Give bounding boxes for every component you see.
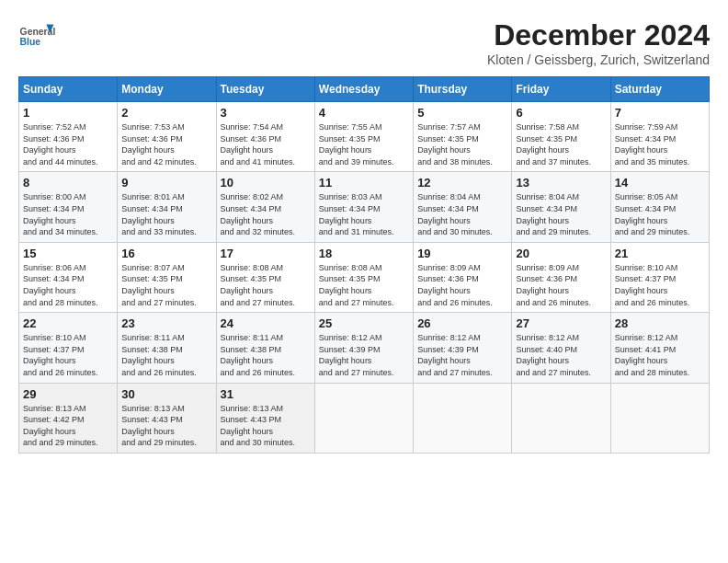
day-info: Sunrise: 8:09 AMSunset: 4:36 PMDaylight …: [417, 262, 507, 308]
calendar-cell: 30Sunrise: 8:13 AMSunset: 4:43 PMDayligh…: [118, 383, 216, 453]
weekday-header-monday: Monday: [118, 77, 216, 102]
day-number: 19: [417, 247, 507, 260]
day-info: Sunrise: 8:11 AMSunset: 4:38 PMDaylight …: [121, 332, 211, 378]
day-info: Sunrise: 7:58 AMSunset: 4:35 PMDaylight …: [516, 121, 606, 167]
day-number: 24: [221, 316, 311, 330]
day-number: 22: [23, 316, 113, 330]
calendar-week-4: 22Sunrise: 8:10 AMSunset: 4:37 PMDayligh…: [19, 313, 710, 383]
day-info: Sunrise: 8:13 AMSunset: 4:43 PMDaylight …: [121, 403, 211, 449]
calendar-cell: 15Sunrise: 8:06 AMSunset: 4:34 PMDayligh…: [19, 242, 118, 312]
calendar-cell: [512, 383, 610, 453]
day-info: Sunrise: 8:01 AMSunset: 4:34 PMDaylight …: [121, 191, 211, 237]
calendar-table: SundayMondayTuesdayWednesdayThursdayFrid…: [18, 76, 710, 454]
day-number: 18: [319, 247, 409, 260]
title-area: December 2024 Kloten / Geissberg, Zurich…: [487, 18, 710, 67]
day-info: Sunrise: 8:03 AMSunset: 4:34 PMDaylight …: [319, 191, 409, 237]
calendar-cell: 1Sunrise: 7:52 AMSunset: 4:36 PMDaylight…: [19, 102, 118, 172]
day-number: 17: [221, 247, 311, 260]
day-info: Sunrise: 8:13 AMSunset: 4:43 PMDaylight …: [221, 403, 311, 449]
calendar-cell: 7Sunrise: 7:59 AMSunset: 4:34 PMDaylight…: [610, 102, 709, 172]
day-number: 4: [319, 106, 409, 120]
calendar-cell: 20Sunrise: 8:09 AMSunset: 4:36 PMDayligh…: [512, 242, 610, 312]
day-info: Sunrise: 8:12 AMSunset: 4:39 PMDaylight …: [319, 332, 409, 378]
day-info: Sunrise: 8:10 AMSunset: 4:37 PMDaylight …: [615, 262, 705, 308]
day-number: 15: [23, 247, 113, 260]
day-number: 16: [121, 247, 211, 260]
calendar-cell: 4Sunrise: 7:55 AMSunset: 4:35 PMDaylight…: [314, 102, 413, 172]
day-number: 30: [121, 387, 211, 401]
day-info: Sunrise: 7:52 AMSunset: 4:36 PMDaylight …: [23, 121, 113, 167]
svg-text:Blue: Blue: [20, 37, 41, 47]
day-info: Sunrise: 7:55 AMSunset: 4:35 PMDaylight …: [319, 121, 409, 167]
calendar-cell: [610, 383, 709, 453]
day-number: 29: [23, 387, 113, 401]
day-number: 28: [615, 316, 705, 330]
day-number: 12: [417, 176, 507, 190]
day-number: 6: [516, 106, 606, 120]
weekday-header-thursday: Thursday: [414, 77, 512, 102]
day-number: 21: [615, 247, 705, 260]
calendar-cell: 27Sunrise: 8:12 AMSunset: 4:40 PMDayligh…: [512, 313, 610, 383]
weekday-header-sunday: Sunday: [19, 77, 118, 102]
calendar-cell: 5Sunrise: 7:57 AMSunset: 4:35 PMDaylight…: [414, 102, 512, 172]
calendar-cell: 26Sunrise: 8:12 AMSunset: 4:39 PMDayligh…: [414, 313, 512, 383]
day-number: 31: [221, 387, 311, 401]
logo: General Blue: [18, 18, 59, 55]
weekday-header-row: SundayMondayTuesdayWednesdayThursdayFrid…: [19, 77, 710, 102]
calendar-cell: 16Sunrise: 8:07 AMSunset: 4:35 PMDayligh…: [118, 242, 216, 312]
calendar-cell: 10Sunrise: 8:02 AMSunset: 4:34 PMDayligh…: [216, 172, 314, 242]
day-number: 13: [516, 176, 606, 190]
calendar-cell: 24Sunrise: 8:11 AMSunset: 4:38 PMDayligh…: [216, 313, 314, 383]
day-info: Sunrise: 8:12 AMSunset: 4:41 PMDaylight …: [615, 332, 705, 378]
day-number: 3: [221, 106, 311, 120]
weekday-header-friday: Friday: [512, 77, 610, 102]
day-number: 2: [121, 106, 211, 120]
day-info: Sunrise: 8:08 AMSunset: 4:35 PMDaylight …: [221, 262, 311, 308]
weekday-header-tuesday: Tuesday: [216, 77, 314, 102]
calendar-cell: 2Sunrise: 7:53 AMSunset: 4:36 PMDaylight…: [118, 102, 216, 172]
day-info: Sunrise: 8:05 AMSunset: 4:34 PMDaylight …: [615, 191, 705, 237]
day-info: Sunrise: 8:00 AMSunset: 4:34 PMDaylight …: [23, 191, 113, 237]
day-info: Sunrise: 7:54 AMSunset: 4:36 PMDaylight …: [221, 121, 311, 167]
calendar-cell: 25Sunrise: 8:12 AMSunset: 4:39 PMDayligh…: [314, 313, 413, 383]
calendar-cell: 3Sunrise: 7:54 AMSunset: 4:36 PMDaylight…: [216, 102, 314, 172]
day-info: Sunrise: 8:04 AMSunset: 4:34 PMDaylight …: [417, 191, 507, 237]
day-number: 23: [121, 316, 211, 330]
calendar-cell: 8Sunrise: 8:00 AMSunset: 4:34 PMDaylight…: [19, 172, 118, 242]
calendar-cell: 14Sunrise: 8:05 AMSunset: 4:34 PMDayligh…: [610, 172, 709, 242]
calendar-week-2: 8Sunrise: 8:00 AMSunset: 4:34 PMDaylight…: [19, 172, 710, 242]
day-info: Sunrise: 8:12 AMSunset: 4:40 PMDaylight …: [516, 332, 606, 378]
day-info: Sunrise: 8:12 AMSunset: 4:39 PMDaylight …: [417, 332, 507, 378]
month-title: December 2024: [487, 18, 710, 52]
day-number: 8: [23, 176, 113, 190]
day-info: Sunrise: 8:09 AMSunset: 4:36 PMDaylight …: [516, 262, 606, 308]
day-info: Sunrise: 8:10 AMSunset: 4:37 PMDaylight …: [23, 332, 113, 378]
calendar-week-1: 1Sunrise: 7:52 AMSunset: 4:36 PMDaylight…: [19, 102, 710, 172]
day-number: 26: [417, 316, 507, 330]
calendar-cell: [314, 383, 413, 453]
day-number: 7: [615, 106, 705, 120]
day-info: Sunrise: 7:53 AMSunset: 4:36 PMDaylight …: [121, 121, 211, 167]
calendar-cell: 28Sunrise: 8:12 AMSunset: 4:41 PMDayligh…: [610, 313, 709, 383]
calendar-cell: [414, 383, 512, 453]
calendar-cell: 29Sunrise: 8:13 AMSunset: 4:42 PMDayligh…: [19, 383, 118, 453]
location-subtitle: Kloten / Geissberg, Zurich, Switzerland: [487, 52, 710, 67]
calendar-cell: 18Sunrise: 8:08 AMSunset: 4:35 PMDayligh…: [314, 242, 413, 312]
day-info: Sunrise: 8:07 AMSunset: 4:35 PMDaylight …: [121, 262, 211, 308]
calendar-cell: 12Sunrise: 8:04 AMSunset: 4:34 PMDayligh…: [414, 172, 512, 242]
page-header: General Blue December 2024 Kloten / Geis…: [18, 18, 710, 67]
day-number: 27: [516, 316, 606, 330]
calendar-cell: 19Sunrise: 8:09 AMSunset: 4:36 PMDayligh…: [414, 242, 512, 312]
calendar-cell: 13Sunrise: 8:04 AMSunset: 4:34 PMDayligh…: [512, 172, 610, 242]
day-number: 11: [319, 176, 409, 190]
calendar-cell: 23Sunrise: 8:11 AMSunset: 4:38 PMDayligh…: [118, 313, 216, 383]
day-number: 20: [516, 247, 606, 260]
day-info: Sunrise: 8:02 AMSunset: 4:34 PMDaylight …: [221, 191, 311, 237]
day-number: 5: [417, 106, 507, 120]
day-number: 9: [121, 176, 211, 190]
day-info: Sunrise: 8:08 AMSunset: 4:35 PMDaylight …: [319, 262, 409, 308]
day-info: Sunrise: 8:13 AMSunset: 4:42 PMDaylight …: [23, 403, 113, 449]
weekday-header-wednesday: Wednesday: [314, 77, 413, 102]
day-info: Sunrise: 7:59 AMSunset: 4:34 PMDaylight …: [615, 121, 705, 167]
calendar-week-3: 15Sunrise: 8:06 AMSunset: 4:34 PMDayligh…: [19, 242, 710, 312]
